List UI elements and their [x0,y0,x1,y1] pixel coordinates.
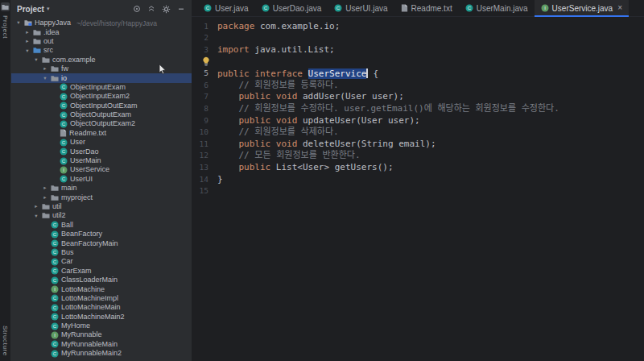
line-number[interactable]: 13 [192,163,217,172]
tree-item[interactable]: ▸out [11,37,192,46]
code-token: { [368,68,378,79]
tree-item[interactable]: ▸myproject [11,193,192,201]
project-panel-title[interactable]: Project [17,5,44,14]
tool-button-structure[interactable]: Structure [2,326,9,356]
chevron-down-icon[interactable]: ▾ [47,6,50,12]
svg-text:C: C [53,241,57,246]
tree-item[interactable]: CObjectOutputExam2 [11,119,192,128]
chevron-right-icon[interactable]: ▸ [33,204,39,210]
tree-item[interactable]: CObjectInputExam [11,83,192,92]
chevron-right-icon[interactable]: ▸ [24,39,31,44]
tree-item[interactable]: CCarExam [11,267,192,276]
tree-item[interactable]: Readme.txt [11,129,192,138]
line-number[interactable]: 5 [192,68,217,77]
locate-icon[interactable] [133,5,141,13]
tree-item[interactable]: CUserMain [11,156,192,165]
editor-tab[interactable]: CUserUI.java [328,0,394,16]
line-number[interactable]: 11 [192,139,217,148]
chevron-down-icon[interactable]: ▾ [33,57,39,63]
close-icon[interactable]: × [617,4,622,12]
tree-item[interactable]: CMyHome [11,322,192,330]
chevron-right-icon[interactable]: ▸ [42,185,48,191]
class-icon: C [51,258,59,266]
line-number[interactable]: 8 [192,104,217,113]
code-line[interactable]: 12 // 모든 회원정보를 반환한다. [192,150,644,162]
line-number[interactable]: 6 [192,81,217,89]
code-line[interactable]: 8 // 회원정보를 수정하다. user.getEmail()에 해당하는 회… [192,102,644,114]
tree-item[interactable]: CBall [11,221,192,230]
chevron-down-icon[interactable]: ▾ [15,20,22,26]
editor-tab[interactable]: CUserMain.java [459,0,535,16]
code-line[interactable]: 7 public void addUser(User user); [192,91,644,103]
chevron-right-icon[interactable]: ▸ [42,66,48,72]
tree-item[interactable]: CBus [11,248,192,257]
code-line[interactable]: 6 // 회원정보를 등록하다. [192,79,644,91]
tree-item[interactable]: CLottoMachineImpl [11,294,192,303]
settings-icon[interactable] [162,5,171,14]
tree-item[interactable]: CBeanFactoryMain [11,239,192,247]
tree-item[interactable]: CCar [11,257,192,266]
tree-item[interactable]: ▾src [11,46,192,55]
chevron-right-icon[interactable]: ▸ [24,30,31,35]
tree-item[interactable]: CUserUI [11,175,192,184]
tree-item[interactable]: IUserService [11,165,192,174]
code-line[interactable]: 14} [192,173,644,185]
chevron-right-icon[interactable]: ▸ [42,195,48,201]
code-line[interactable]: 4 [192,56,644,68]
code-line[interactable]: 2 [192,32,644,44]
tree-item[interactable]: ▸util [11,202,192,211]
code-token [217,139,239,149]
editor-tab[interactable]: IUserService.java× [535,0,629,16]
tree-item[interactable]: CClassLoaderMain [11,276,192,284]
tree-item[interactable]: ▸.idea [11,27,192,36]
tree-item[interactable]: CObjectInputExam2 [11,92,192,101]
hide-icon[interactable] [177,5,185,13]
line-number[interactable]: 12 [192,151,217,160]
editor-tab[interactable]: Readme.txt [394,0,459,16]
tree-item[interactable]: CMyRunnableMain2 [11,349,192,358]
chevron-down-icon[interactable]: ▾ [24,48,31,54]
tree-item[interactable]: ▾HappyJava~/devel/history/HappyJava [11,19,192,27]
tree-item[interactable]: CMyRunnableMain [11,340,192,349]
line-number[interactable]: 10 [192,127,217,136]
code-line[interactable]: 10 // 회원정보를 삭제하다. [192,126,644,138]
line-number[interactable]: 15 [192,186,217,195]
tool-button-project[interactable]: Project [2,15,9,39]
code-line[interactable]: 5public interface UserService { [192,67,644,79]
svg-text:C: C [53,314,57,319]
code-line[interactable]: 1package com.example.io; [192,20,644,32]
tree-item[interactable]: ▾io [11,73,192,82]
tree-item[interactable]: ▸fw [11,64,192,73]
code-line[interactable]: 9 public void updateUser(User user); [192,114,644,127]
class-icon: C [51,304,59,312]
code-line[interactable]: 15 [192,185,644,197]
line-number[interactable]: 9 [192,116,217,125]
line-number[interactable]: 1 [192,22,217,31]
tree-item[interactable]: ▸main [11,184,192,193]
collapse-all-icon[interactable] [147,5,155,13]
chevron-down-icon[interactable]: ▾ [42,76,48,81]
code-line[interactable]: 11 public void deleteUser(String email); [192,138,644,150]
tree-item[interactable]: CUser [11,138,192,147]
code-line[interactable]: 13 public List<User> getUsers(); [192,161,644,173]
tree-item[interactable]: ▾util2 [11,211,192,220]
tree-item[interactable]: CUserDao [11,147,192,156]
editor-tab[interactable]: CUser.java [197,0,255,16]
line-number[interactable]: 3 [192,45,217,54]
tree-item[interactable]: CLottoMachineMain2 [11,313,192,322]
line-number[interactable]: 14 [192,175,217,184]
tree-item[interactable]: ILottoMachine [11,284,192,293]
line-number[interactable]: 2 [192,33,217,42]
tree-item[interactable]: CBeanFactory [11,230,192,239]
tree-item[interactable]: CObjectOutputExam [11,110,192,119]
code-line[interactable]: 3import java.util.List; [192,44,644,56]
line-number[interactable]: 7 [192,92,217,101]
tree-item[interactable]: ▾com.example [11,56,192,64]
editor-tab[interactable]: CUserDao.java [255,0,328,16]
project-tool-icon[interactable] [1,2,10,11]
editor-code[interactable]: 1package com.example.io;23import java.ut… [192,17,644,361]
tree-item[interactable]: IMyRunnable [11,330,192,339]
tree-item[interactable]: CLottoMachineMain [11,303,192,312]
chevron-down-icon[interactable]: ▾ [33,214,39,219]
tree-item[interactable]: CObjectInputOutExam [11,102,192,110]
